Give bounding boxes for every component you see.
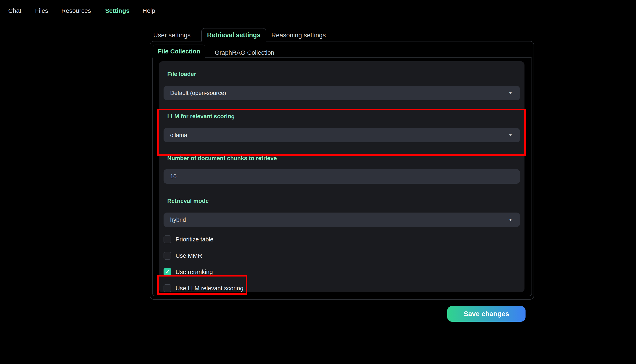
llm-scoring-label: LLM for relevant scoring	[167, 113, 235, 120]
checkbox-prioritize-table-label: Prioritize table	[176, 236, 214, 243]
llm-scoring-dropdown[interactable]: ollama ▼	[164, 128, 520, 142]
checkbox-use-llm-relevant-scoring[interactable]: Use LLM relevant scoring	[164, 284, 243, 292]
checkbox-use-llm-relevant-scoring-label: Use LLM relevant scoring	[176, 285, 243, 292]
file-loader-dropdown[interactable]: Default (open-source) ▼	[164, 86, 520, 100]
checkbox-use-reranking[interactable]: ✓ Use reranking	[164, 268, 213, 276]
retrieval-mode-dropdown[interactable]: hybrid ▼	[164, 212, 520, 227]
tab-user-settings[interactable]: User settings	[153, 32, 191, 39]
nav-item-help[interactable]: Help	[143, 7, 155, 14]
save-changes-button[interactable]: Save changes	[447, 306, 525, 322]
nav-item-settings[interactable]: Settings	[105, 7, 130, 14]
check-icon: ✓	[165, 269, 170, 275]
nav-item-resources[interactable]: Resources	[61, 7, 91, 14]
chevron-down-icon: ▼	[508, 133, 512, 137]
checkbox-use-mmr-label: Use MMR	[176, 252, 202, 259]
nav-item-files[interactable]: Files	[35, 7, 48, 14]
tab-retrieval-settings[interactable]: Retrieval settings	[201, 28, 266, 42]
tab-file-collection-label: File Collection	[158, 48, 200, 55]
tab-file-collection[interactable]: File Collection	[153, 44, 205, 58]
app-window: Chat Files Resources Settings Help User …	[0, 0, 636, 364]
nav-item-chat[interactable]: Chat	[8, 7, 21, 14]
chevron-down-icon: ▼	[508, 91, 512, 95]
num-chunks-label: Number of document chunks to retrieve	[167, 155, 277, 162]
llm-scoring-value: ollama	[170, 132, 508, 138]
checkbox-use-mmr[interactable]: Use MMR	[164, 252, 202, 260]
file-loader-value: Default (open-source)	[170, 90, 508, 96]
checkbox-prioritize-table[interactable]: Prioritize table	[164, 235, 214, 244]
chevron-down-icon: ▼	[508, 218, 512, 222]
retrieval-mode-value: hybrid	[170, 216, 508, 223]
file-collection-settings-card: File loader Default (open-source) ▼ LLM …	[159, 61, 524, 292]
num-chunks-input[interactable]	[164, 169, 520, 184]
tab-reasoning-settings[interactable]: Reasoning settings	[271, 32, 326, 39]
checkbox-icon[interactable]	[164, 236, 171, 243]
tab-retrieval-settings-label: Retrieval settings	[207, 31, 260, 39]
checkbox-icon[interactable]	[164, 252, 171, 260]
checkbox-use-reranking-label: Use reranking	[176, 269, 213, 276]
checkbox-icon[interactable]	[164, 284, 171, 292]
tab-graphrag-collection[interactable]: GraphRAG Collection	[215, 49, 274, 56]
file-loader-label: File loader	[167, 70, 196, 78]
checkbox-checked-icon[interactable]: ✓	[164, 268, 171, 276]
retrieval-mode-label: Retrieval mode	[167, 198, 209, 204]
